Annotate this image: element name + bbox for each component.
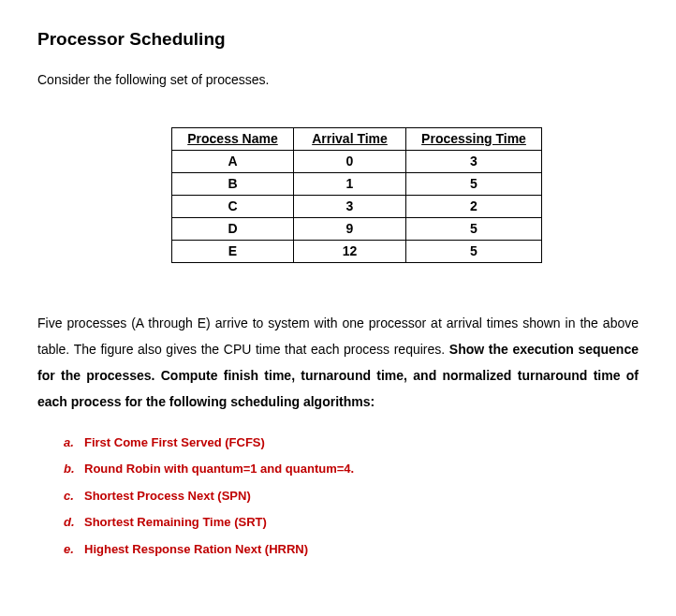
- table-row: C 3 2: [172, 195, 542, 217]
- cell-processing-time: 2: [406, 195, 542, 217]
- list-text: First Come First Served (FCFS): [84, 435, 265, 449]
- table-row: B 1 5: [172, 172, 542, 195]
- cell-process-name: A: [172, 150, 294, 172]
- cell-arrival-time: 1: [294, 172, 406, 195]
- table-row: A 0 3: [172, 150, 542, 172]
- list-item: c. Shortest Process Next (SPN): [64, 487, 639, 506]
- list-item: e. Highest Response Ration Next (HRRN): [64, 540, 639, 559]
- body-paragraph: Five processes (A through E) arrive to s…: [37, 310, 639, 415]
- header-process-name: Process Name: [172, 127, 294, 150]
- list-marker: a.: [64, 433, 74, 452]
- cell-process-name: B: [172, 172, 294, 195]
- process-table-container: Process Name Arrival Time Processing Tim…: [37, 127, 639, 263]
- list-marker: c.: [64, 487, 74, 506]
- list-item: a. First Come First Served (FCFS): [64, 433, 639, 452]
- cell-processing-time: 5: [406, 217, 542, 240]
- list-item: b. Round Robin with quantum=1 and quantu…: [64, 460, 639, 478]
- header-arrival-time: Arrival Time: [294, 127, 406, 150]
- list-marker: b.: [64, 460, 75, 478]
- list-marker: d.: [64, 513, 75, 532]
- table-header-row: Process Name Arrival Time Processing Tim…: [172, 127, 542, 150]
- page-title: Processor Scheduling: [37, 26, 639, 53]
- list-text: Shortest Process Next (SPN): [84, 489, 251, 503]
- cell-processing-time: 3: [406, 150, 542, 172]
- list-text: Round Robin with quantum=1 and quantum=4…: [84, 462, 354, 476]
- intro-text: Consider the following set of processes.: [37, 70, 639, 90]
- list-text: Highest Response Ration Next (HRRN): [84, 542, 308, 556]
- cell-arrival-time: 3: [294, 195, 406, 217]
- cell-arrival-time: 12: [294, 240, 406, 262]
- list-item: d. Shortest Remaining Time (SRT): [64, 513, 639, 532]
- table-row: E 12 5: [172, 240, 542, 262]
- cell-arrival-time: 9: [294, 217, 406, 240]
- algorithm-list: a. First Come First Served (FCFS) b. Rou…: [37, 433, 639, 559]
- process-table: Process Name Arrival Time Processing Tim…: [171, 127, 542, 263]
- cell-process-name: C: [172, 195, 294, 217]
- cell-process-name: E: [172, 240, 294, 262]
- cell-processing-time: 5: [406, 172, 542, 195]
- list-text: Shortest Remaining Time (SRT): [84, 515, 267, 529]
- cell-process-name: D: [172, 217, 294, 240]
- cell-arrival-time: 0: [294, 150, 406, 172]
- header-processing-time: Processing Time: [406, 127, 542, 150]
- cell-processing-time: 5: [406, 240, 542, 262]
- list-marker: e.: [64, 540, 74, 559]
- table-row: D 9 5: [172, 217, 542, 240]
